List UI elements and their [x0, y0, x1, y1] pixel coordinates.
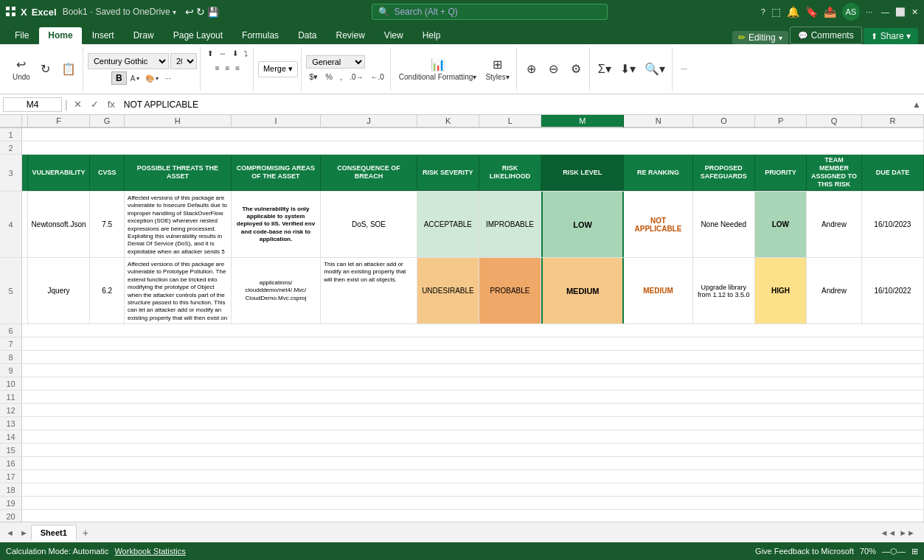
- clipboard-btn[interactable]: 📋: [58, 60, 80, 78]
- add-sheet-btn[interactable]: +: [77, 524, 94, 542]
- search-input[interactable]: [394, 7, 601, 17]
- col-header-l[interactable]: L: [479, 115, 541, 128]
- more-options-icon[interactable]: ···: [866, 7, 872, 16]
- scroll-sheets-right[interactable]: ►: [17, 528, 31, 537]
- redo-icon[interactable]: ↻: [196, 6, 205, 18]
- cell-risk-likelihood-1[interactable]: IMPROBABLE: [479, 192, 541, 257]
- undo-ribbon-btn[interactable]: ↩Undo: [9, 55, 34, 83]
- col-header-k[interactable]: K: [417, 115, 479, 128]
- zoom-slider[interactable]: —⬡—: [882, 547, 906, 556]
- cell-due-date-1[interactable]: 16/10/2023: [862, 192, 924, 257]
- align-top-btn[interactable]: ⬆: [205, 47, 215, 60]
- formula-input[interactable]: [121, 98, 909, 111]
- font-size-select[interactable]: 20 8 10 12 14 16 18 24: [170, 53, 197, 69]
- number-format-select[interactable]: General Number Currency: [306, 55, 365, 69]
- help-icon[interactable]: ?: [761, 7, 765, 16]
- more-font-btn[interactable]: ···: [162, 72, 173, 85]
- fit-page-btn[interactable]: ⊞: [911, 547, 918, 556]
- tab-home[interactable]: Home: [39, 27, 81, 44]
- col-header-j[interactable]: J: [321, 115, 417, 128]
- cell-cvss-1[interactable]: 7.5: [90, 192, 125, 257]
- cell-risk-severity-1[interactable]: ACCEPTABLE: [417, 192, 479, 257]
- redo-ribbon-btn[interactable]: ↻: [35, 60, 56, 78]
- scroll-sheets-left[interactable]: ◄: [3, 528, 17, 537]
- cell-threats-1[interactable]: Affected versions of this package are vu…: [125, 192, 232, 257]
- tab-review[interactable]: Review: [327, 27, 373, 44]
- save-icon[interactable]: 💾: [207, 7, 219, 18]
- editing-mode[interactable]: ✏ Editing ▾: [732, 31, 788, 44]
- undo-icon[interactable]: ↩: [185, 6, 194, 18]
- conditional-formatting-btn[interactable]: 📊Conditional Formatting▾: [395, 55, 481, 83]
- align-middle-btn[interactable]: ↔: [217, 47, 229, 60]
- format-cells-btn[interactable]: ⚙: [566, 60, 586, 78]
- cell-safeguards-2[interactable]: Upgrade library from 1.12 to 3.5.0: [693, 258, 755, 323]
- cell-vulnerability-2[interactable]: Jquery: [28, 258, 90, 323]
- more-ribbon-btn[interactable]: ···: [674, 63, 695, 75]
- fill-btn[interactable]: ⬇▾: [616, 60, 639, 78]
- find-btn[interactable]: 🔍▾: [641, 60, 669, 78]
- tab-draw[interactable]: Draw: [125, 27, 163, 44]
- col-header-p[interactable]: P: [755, 115, 807, 128]
- col-header-empty[interactable]: [22, 115, 28, 128]
- align-bottom-btn[interactable]: ⬇: [230, 47, 240, 60]
- cell-risk-level-1[interactable]: LOW: [541, 192, 624, 257]
- scroll-right-icon[interactable]: ◄◄: [880, 528, 896, 537]
- cell-re-ranking-1[interactable]: NOT APPLICABLE: [624, 192, 692, 257]
- col-header-n[interactable]: N: [624, 115, 692, 128]
- cell-consequence-1[interactable]: DoS, SOE: [321, 192, 417, 257]
- bold-btn[interactable]: B: [111, 71, 127, 85]
- search-bar[interactable]: 🔍: [372, 4, 608, 20]
- delete-cells-btn[interactable]: ⊖: [543, 60, 564, 78]
- col-header-m[interactable]: M: [541, 115, 624, 128]
- fill-color-btn[interactable]: 🎨▾: [143, 72, 161, 85]
- cell-threats-2[interactable]: Affected versions of this package are vu…: [125, 258, 232, 323]
- cell-consequence-2[interactable]: This can let an attacker add or modify a…: [321, 258, 417, 323]
- cell-re-ranking-2[interactable]: MEDIUM: [624, 258, 692, 323]
- text-color-btn[interactable]: A▾: [128, 72, 142, 85]
- cell-risk-likelihood-2[interactable]: PROBABLE: [479, 258, 541, 323]
- cell-compromising-1[interactable]: The vulnerability is only applicable to …: [232, 192, 321, 257]
- col-header-q[interactable]: Q: [807, 115, 862, 128]
- workbook-statistics-btn[interactable]: Workbook Statistics: [114, 547, 185, 556]
- bookmark-icon[interactable]: 🔖: [805, 6, 818, 18]
- cell-due-date-2[interactable]: 16/10/2022: [862, 258, 924, 323]
- comma-btn[interactable]: ,: [337, 71, 345, 83]
- cell-reference-input[interactable]: [3, 97, 62, 112]
- insert-cells-btn[interactable]: ⊕: [521, 60, 542, 78]
- cell-priority-1[interactable]: LOW: [755, 192, 807, 257]
- cell-risk-level-2[interactable]: MEDIUM: [541, 258, 624, 323]
- insert-function-btn[interactable]: fx: [105, 97, 118, 111]
- share2-icon[interactable]: 📤: [824, 6, 836, 18]
- wrap-text-btn[interactable]: ⤵: [242, 47, 250, 60]
- comments-btn[interactable]: 💬 Comments: [790, 27, 862, 44]
- tab-insert[interactable]: Insert: [83, 27, 123, 44]
- cell-team-member-1[interactable]: Andrew: [807, 192, 862, 257]
- col-header-i[interactable]: I: [232, 115, 321, 128]
- cancel-formula-btn[interactable]: ✕: [71, 97, 85, 111]
- percent-btn[interactable]: %: [322, 71, 336, 83]
- share-btn[interactable]: ⬆ Share ▾: [864, 28, 918, 44]
- windows-grid-icon[interactable]: [6, 7, 16, 17]
- tab-data[interactable]: Data: [289, 27, 325, 44]
- col-header-f[interactable]: F: [28, 115, 90, 128]
- align-center-btn[interactable]: ≡: [223, 62, 232, 74]
- currency-btn[interactable]: $▾: [306, 71, 321, 83]
- cell-cvss-2[interactable]: 6.2: [90, 258, 125, 323]
- format-as-table-btn[interactable]: ⊞Styles▾: [482, 55, 513, 83]
- user-avatar[interactable]: AS: [842, 3, 860, 21]
- cell-priority-2[interactable]: HIGH: [755, 258, 807, 323]
- merge-btn[interactable]: Merge ▾: [258, 61, 298, 77]
- formula-expand-btn[interactable]: ▲: [912, 99, 921, 110]
- notifications-icon[interactable]: 🔔: [787, 6, 799, 18]
- cell-vulnerability-1[interactable]: Newtonsoft.Json: [28, 192, 90, 257]
- sum-btn[interactable]: Σ▾: [594, 60, 615, 78]
- cell-safeguards-1[interactable]: None Needed: [693, 192, 755, 257]
- decrease-decimal-btn[interactable]: ←.0: [367, 71, 386, 83]
- maximize-btn[interactable]: ⬜: [895, 7, 906, 17]
- confirm-formula-btn[interactable]: ✓: [88, 97, 102, 111]
- cell-compromising-2[interactable]: applications/ cloudddemo/net4/.Mvc/ Clou…: [232, 258, 321, 323]
- tab-file[interactable]: File: [6, 27, 38, 44]
- close-btn[interactable]: ✕: [911, 7, 918, 17]
- tab-formulas[interactable]: Formulas: [233, 27, 288, 44]
- col-header-r[interactable]: R: [862, 115, 924, 128]
